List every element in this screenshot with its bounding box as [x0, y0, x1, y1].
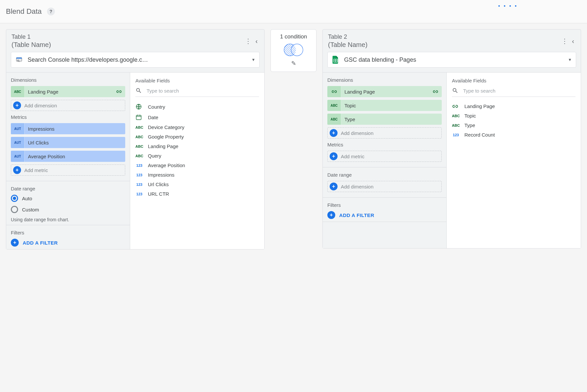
field-label: Impressions — [148, 172, 175, 178]
chip-label: Landing Page — [25, 89, 113, 95]
metric-chip[interactable]: AUT Impressions — [11, 123, 125, 134]
123-type-icon: 123 — [135, 183, 143, 186]
plus-icon: + — [330, 152, 338, 160]
dimension-chip[interactable]: Landing Page — [327, 86, 442, 97]
join-condition-label: 1 condition — [280, 33, 307, 40]
add-metric-button[interactable]: + Add metric — [11, 164, 125, 176]
table2-dimensions-section: Dimensions Landing Page ABC Topic — [323, 73, 446, 167]
available-field-item[interactable]: ABCQuery — [135, 151, 259, 161]
dimension-chip[interactable]: ABC Type — [327, 114, 442, 125]
header: Blend Data ? — [0, 0, 587, 23]
help-icon[interactable]: ? — [47, 8, 55, 15]
chip-label: Url Clicks — [25, 140, 125, 145]
abc-type-icon: ABC — [135, 135, 143, 139]
globe-type-icon — [135, 103, 143, 110]
table1-header: Table 1 (Table Name) ⋮ ‹ — [6, 30, 264, 52]
add-filter-button[interactable]: + ADD A FILTER — [11, 239, 125, 247]
search-row — [135, 87, 259, 97]
add-dimension-button[interactable]: + Add dimension — [327, 127, 442, 139]
metrics-label: Metrics — [11, 114, 125, 120]
radio-icon — [11, 206, 18, 213]
radio-label: Auto — [22, 196, 32, 201]
table1-card: Table 1 (Table Name) ⋮ ‹ Search Console … — [6, 29, 265, 250]
123-type-icon: 123 — [135, 163, 143, 167]
add-dimension-label: Add dimension — [24, 103, 57, 108]
more-icon[interactable]: ⋮ — [242, 37, 254, 45]
add-metric-button[interactable]: + Add metric — [327, 151, 442, 162]
table2-daterange-section: Date range + Add dimension — [323, 167, 446, 198]
join-config-card[interactable]: 1 condition ✎ — [270, 29, 317, 72]
more-icon[interactable]: ⋮ — [559, 37, 571, 45]
123-type-icon: 123 — [135, 173, 143, 177]
table2-source-select[interactable]: GSC data blending - Pages ▼ — [327, 52, 576, 68]
table2-title: Table 2 — [328, 33, 559, 40]
field-label: Topic — [464, 113, 476, 119]
123-type-icon: 123 — [135, 192, 143, 196]
chip-label: Average Position — [25, 154, 125, 159]
available-field-item[interactable]: 123Url Clicks — [135, 180, 259, 189]
dimensions-label: Dimensions — [11, 77, 125, 83]
available-field-item[interactable]: ABCDevice Category — [135, 122, 259, 132]
available-field-item[interactable]: Country — [135, 101, 259, 112]
table1-available-fields: Available Fields CountryDateABCDevice Ca… — [130, 73, 264, 249]
daterange-label: Date range — [11, 186, 125, 191]
metric-chip[interactable]: AUT Url Clicks — [11, 137, 125, 148]
plus-icon: + — [327, 211, 335, 219]
chip-label: Type — [341, 117, 442, 122]
metric-chip[interactable]: AUT Average Position — [11, 151, 125, 162]
plus-icon: + — [11, 239, 19, 247]
field-label: Landing Page — [148, 143, 178, 149]
svg-rect-5 — [136, 115, 141, 120]
radio-label: Custom — [22, 207, 39, 212]
radio-custom[interactable]: Custom — [11, 206, 125, 213]
available-field-item[interactable]: ABCTopic — [452, 111, 575, 120]
google-sheets-icon — [332, 56, 340, 64]
available-field-item[interactable]: 123Record Count — [452, 130, 575, 140]
search-input[interactable] — [147, 88, 259, 94]
available-field-item[interactable]: 123Impressions — [135, 170, 259, 180]
field-label: Date — [148, 115, 158, 120]
add-date-dimension-button[interactable]: + Add dimension — [327, 181, 442, 192]
available-field-item[interactable]: Landing Page — [452, 101, 575, 111]
available-field-item[interactable]: ABCLanding Page — [135, 142, 259, 151]
available-field-item[interactable]: ABCType — [452, 120, 575, 130]
search-input[interactable] — [463, 88, 575, 94]
table1-source-select[interactable]: Search Console https://developers.google… — [11, 52, 260, 68]
table1-filters-section: Filters + ADD A FILTER — [6, 225, 130, 249]
plus-icon: + — [330, 183, 338, 190]
abc-type-icon: ABC — [135, 154, 143, 158]
field-label: Query — [148, 153, 161, 159]
search-row — [452, 87, 575, 97]
dimension-chip[interactable]: ABC Topic — [327, 100, 442, 111]
link-type-icon — [452, 104, 460, 108]
add-dimension-button[interactable]: + Add dimension — [11, 100, 125, 111]
available-field-item[interactable]: 123URL CTR — [135, 189, 259, 199]
type-badge: AUT — [11, 137, 25, 148]
add-metric-label: Add metric — [341, 154, 364, 159]
link-icon — [113, 90, 125, 94]
workspace: Table 1 (Table Name) ⋮ ‹ Search Console … — [0, 23, 587, 255]
field-label: URL CTR — [148, 191, 169, 197]
available-field-item[interactable]: 123Average Position — [135, 161, 259, 170]
date-type-icon — [135, 114, 143, 120]
dimension-chip[interactable]: ABC Landing Page — [11, 86, 125, 97]
plus-icon: + — [330, 129, 338, 137]
add-metric-label: Add metric — [24, 167, 48, 173]
field-label: Google Property — [148, 134, 184, 140]
table2-source-label: GSC data blending - Pages — [344, 56, 563, 63]
drag-handle-dots[interactable]: ● ● ● ● — [498, 4, 518, 8]
add-filter-button[interactable]: + ADD A FILTER — [327, 211, 442, 219]
available-field-item[interactable]: Date — [135, 112, 259, 122]
chip-label: Impressions — [25, 126, 125, 132]
table1-subtitle: (Table Name) — [12, 41, 242, 49]
available-field-item[interactable]: ABCGoogle Property — [135, 132, 259, 142]
table1-source-label: Search Console https://developers.google… — [28, 56, 247, 63]
svg-rect-1 — [16, 58, 22, 59]
add-filter-label: ADD A FILTER — [23, 240, 58, 246]
filters-label: Filters — [11, 230, 125, 235]
abc-type-icon: ABC — [452, 123, 460, 127]
collapse-left-icon[interactable]: ‹ — [254, 37, 259, 45]
chip-label: Topic — [341, 103, 442, 108]
radio-auto[interactable]: Auto — [11, 195, 125, 202]
collapse-left-icon[interactable]: ‹ — [571, 37, 575, 45]
